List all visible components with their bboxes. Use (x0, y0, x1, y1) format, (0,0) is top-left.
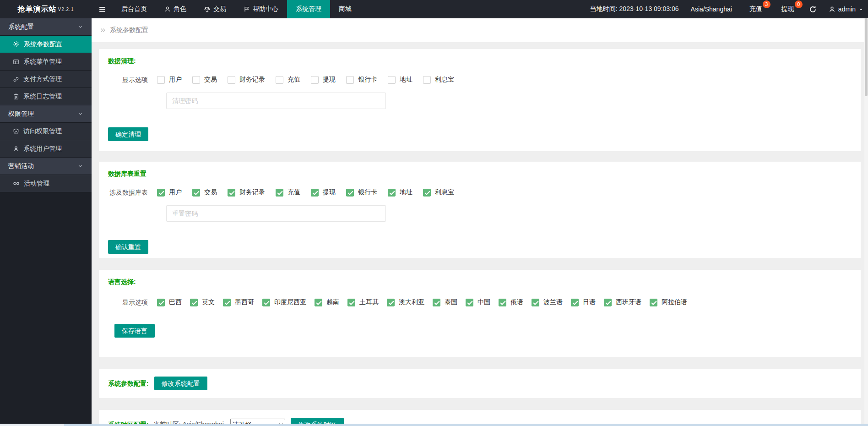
checkbox-option[interactable]: 西班牙语 (604, 298, 641, 306)
checkbox-option[interactable]: 银行卡 (346, 188, 377, 197)
checkbox-option[interactable]: 提现 (311, 76, 336, 84)
checkbox-option[interactable]: 俄语 (499, 298, 523, 306)
sidebar-item[interactable]: 访问权限管理 (0, 123, 92, 140)
checkbox-option[interactable]: 阿拉伯语 (650, 298, 687, 306)
person-icon (13, 146, 19, 152)
clean-password-input[interactable] (166, 93, 386, 109)
topnav-item[interactable]: 角色 (156, 0, 195, 18)
checkbox-checked-icon[interactable] (499, 299, 506, 306)
checkbox-option[interactable]: 泰国 (433, 298, 457, 306)
checkbox-checked-icon[interactable] (650, 299, 657, 306)
checkbox-option[interactable]: 越南 (315, 298, 339, 306)
checkbox-unchecked-icon[interactable] (276, 76, 283, 84)
checkbox-label: 越南 (326, 298, 339, 306)
checkbox-option[interactable]: 英文 (190, 298, 215, 306)
brand-logo[interactable]: 抢单演示站 V2.2.1 (0, 0, 92, 18)
topnav-item[interactable]: 后台首页 (113, 0, 156, 18)
checkbox-option[interactable]: 财务记录 (228, 76, 265, 84)
checkbox-unchecked-icon[interactable] (157, 76, 165, 84)
sidebar-item[interactable]: 系统日志管理 (0, 88, 92, 105)
checkbox-option[interactable]: 充值 (276, 188, 300, 197)
checkbox-option[interactable]: 土耳其 (347, 298, 379, 306)
save-language-button[interactable]: 保存语言 (114, 324, 155, 338)
sidebar-item[interactable]: 支付方式管理 (0, 71, 92, 88)
checkbox-option[interactable]: 用户 (157, 188, 182, 197)
checkbox-option[interactable]: 澳大利亚 (387, 298, 424, 306)
checkbox-unchecked-icon[interactable] (346, 76, 354, 84)
checkbox-checked-icon[interactable] (276, 189, 283, 197)
checkbox-unchecked-icon[interactable] (192, 76, 200, 84)
checkbox-checked-icon[interactable] (315, 299, 322, 306)
confirm-reset-button[interactable]: 确认重置 (108, 240, 148, 254)
sidebar-group[interactable]: 权限管理 (0, 105, 92, 123)
sidebar-item[interactable]: 系统用户管理 (0, 140, 92, 158)
checkbox-checked-icon[interactable] (223, 299, 231, 306)
checkbox-option[interactable]: 用户 (157, 76, 182, 84)
checkbox-option[interactable]: 利息宝 (423, 76, 454, 84)
checkbox-option[interactable]: 中国 (466, 298, 490, 306)
checkbox-checked-icon[interactable] (228, 189, 235, 197)
checkbox-option[interactable]: 交易 (192, 188, 217, 197)
checkbox-unchecked-icon[interactable] (311, 76, 319, 84)
checkbox-checked-icon[interactable] (190, 299, 198, 306)
sidebar-item[interactable]: 活动管理 (0, 175, 92, 192)
sidebar-group[interactable]: 营销活动 (0, 158, 92, 175)
vertical-scrollbar[interactable] (864, 18, 868, 424)
sidebar-item[interactable]: 系统菜单管理 (0, 53, 92, 71)
checkbox-option[interactable]: 地址 (388, 76, 412, 84)
hamburger-icon[interactable] (92, 0, 113, 18)
modify-system-config-button[interactable]: 修改系统配置 (154, 377, 207, 390)
checkbox-option[interactable]: 墨西哥 (223, 298, 254, 306)
checkbox-checked-icon[interactable] (532, 299, 539, 306)
checkbox-checked-icon[interactable] (346, 189, 354, 197)
checkbox-unchecked-icon[interactable] (228, 76, 235, 84)
checkbox-checked-icon[interactable] (466, 299, 473, 306)
checkbox-option[interactable]: 波兰语 (532, 298, 563, 306)
topnav-item[interactable]: 交易 (195, 0, 235, 18)
checkbox-option[interactable]: 充值 (276, 76, 300, 84)
infinity-icon (13, 180, 20, 187)
reset-options: 用户交易财务记录充值提现银行卡地址利息宝 (157, 188, 465, 198)
checkbox-checked-icon[interactable] (388, 189, 396, 197)
checkbox-checked-icon[interactable] (192, 189, 200, 197)
checkbox-option[interactable]: 提现 (311, 188, 336, 197)
topnav-item[interactable]: 商城 (330, 0, 360, 18)
user-menu[interactable]: admin (829, 5, 868, 13)
checkbox-checked-icon[interactable] (311, 189, 319, 197)
vertical-scrollbar-thumb[interactable] (865, 18, 868, 96)
reset-password-input[interactable] (166, 205, 386, 222)
horizontal-scrollbar-thumb[interactable] (64, 424, 868, 426)
topnav-item[interactable]: 系统管理 (287, 0, 330, 18)
checkbox-checked-icon[interactable] (262, 299, 270, 306)
withdraw-button[interactable]: 提现 0 (777, 5, 799, 13)
sidebar-group[interactable]: 系统配置 (0, 18, 92, 36)
checkbox-checked-icon[interactable] (423, 189, 431, 197)
topnav-item-label: 角色 (174, 5, 186, 13)
topnav-items: 后台首页角色交易帮助中心系统管理商城 (113, 0, 360, 18)
checkbox-checked-icon[interactable] (157, 189, 165, 197)
checkbox-checked-icon[interactable] (604, 299, 612, 306)
checkbox-option[interactable]: 财务记录 (228, 188, 265, 197)
checkbox-option[interactable]: 巴西 (157, 298, 182, 306)
checkbox-option[interactable]: 印度尼西亚 (262, 298, 306, 306)
checkbox-checked-icon[interactable] (433, 299, 440, 306)
confirm-clean-button[interactable]: 确定清理 (108, 127, 148, 141)
refresh-icon[interactable] (809, 5, 817, 13)
recharge-button[interactable]: 充值 3 (745, 5, 767, 13)
checkbox-checked-icon[interactable] (157, 299, 165, 306)
checkbox-checked-icon[interactable] (571, 299, 579, 306)
checkbox-option[interactable]: 交易 (192, 76, 217, 84)
card-db-reset: 数据库表重置 涉及数据库表 用户交易财务记录充值提现银行卡地址利息宝 确认重置 (99, 162, 861, 258)
checkbox-option[interactable]: 日语 (571, 298, 596, 306)
checkbox-checked-icon[interactable] (387, 299, 395, 306)
horizontal-scrollbar[interactable] (0, 424, 868, 426)
checkbox-option[interactable]: 地址 (388, 188, 412, 197)
sidebar-item[interactable]: 系统参数配置 (0, 36, 92, 53)
checkbox-checked-icon[interactable] (347, 299, 355, 306)
topnav-item[interactable]: 帮助中心 (235, 0, 287, 18)
checkbox-unchecked-icon[interactable] (423, 76, 431, 84)
topnav-item-label: 后台首页 (121, 5, 147, 13)
checkbox-option[interactable]: 银行卡 (346, 76, 377, 84)
checkbox-unchecked-icon[interactable] (388, 76, 396, 84)
checkbox-option[interactable]: 利息宝 (423, 188, 454, 197)
